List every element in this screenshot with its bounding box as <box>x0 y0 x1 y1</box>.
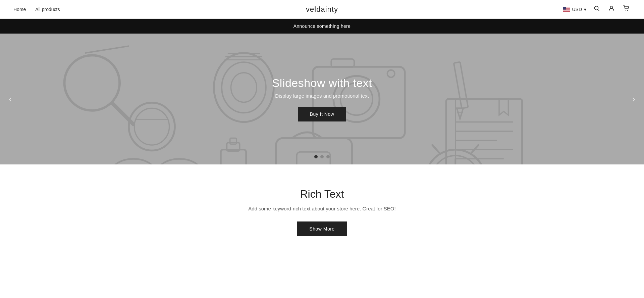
currency-selector[interactable]: USD ▾ <box>563 7 586 12</box>
slide-prev-arrow[interactable]: ‹ <box>5 90 15 108</box>
slide-dot-1[interactable] <box>314 155 318 158</box>
svg-line-9 <box>598 10 599 11</box>
svg-point-8 <box>595 6 598 10</box>
svg-point-11 <box>626 10 626 11</box>
currency-label: USD <box>572 7 582 12</box>
slideshow-title: Slideshow with text <box>272 77 372 90</box>
rich-text-title: Rich Text <box>7 188 637 200</box>
nav-home-link[interactable]: Home <box>13 7 26 12</box>
cart-icon <box>623 5 629 11</box>
svg-rect-7 <box>563 7 566 10</box>
currency-dropdown-arrow: ▾ <box>584 7 586 12</box>
cart-button[interactable] <box>622 4 631 14</box>
svg-point-12 <box>627 10 628 11</box>
chevron-right-icon: › <box>632 94 635 104</box>
flag-icon <box>563 7 570 12</box>
navigation: Home All products veldainty USD ▾ <box>0 0 644 19</box>
chevron-left-icon: ‹ <box>9 94 12 104</box>
nav-right: USD ▾ <box>563 4 631 14</box>
svg-rect-6 <box>563 11 570 11</box>
slideshow-subtitle: Display large images and promotional tex… <box>272 93 372 99</box>
svg-rect-5 <box>563 10 570 10</box>
search-icon <box>594 5 600 11</box>
svg-rect-4 <box>563 9 570 10</box>
slide-dot-3[interactable] <box>326 155 330 158</box>
announcement-bar: Announce something here <box>0 19 644 34</box>
nav-all-products-link[interactable]: All products <box>35 7 60 12</box>
slide-dots <box>314 155 330 158</box>
announcement-text: Announce something here <box>293 23 351 29</box>
slideshow: Slideshow with text Display large images… <box>0 34 644 164</box>
slide-dot-2[interactable] <box>320 155 324 158</box>
slideshow-content: Slideshow with text Display large images… <box>272 77 372 121</box>
nav-left: Home All products <box>13 7 60 12</box>
search-button[interactable] <box>592 4 601 14</box>
buy-it-now-button[interactable]: Buy It Now <box>298 107 346 121</box>
slide-next-arrow[interactable]: › <box>629 90 639 108</box>
account-button[interactable] <box>607 4 616 14</box>
user-icon <box>608 5 614 11</box>
rich-text-body: Add some keyword-rich text about your st… <box>7 206 637 211</box>
brand-name: veldainty <box>306 5 338 14</box>
show-more-button[interactable]: Show More <box>297 221 346 236</box>
rich-text-section: Rich Text Add some keyword-rich text abo… <box>0 164 644 263</box>
